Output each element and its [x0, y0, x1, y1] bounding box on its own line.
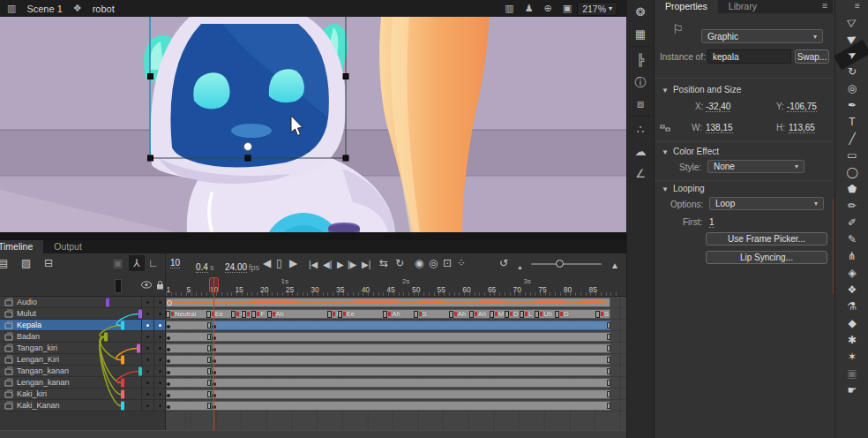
lip-sync-label[interactable]: Neutral — [166, 309, 196, 319]
layer-row-tangan_kanan[interactable]: Tangan_kanan — [0, 366, 165, 377]
frames-row-kaki_kanan[interactable] — [166, 400, 626, 412]
keyframe-dot[interactable] — [167, 325, 170, 328]
position-size-section-header[interactable]: ▼Position and Size — [662, 85, 741, 94]
current-frame-readout[interactable]: 10 — [170, 258, 180, 268]
play-button[interactable]: ▶ — [337, 259, 344, 271]
frame-span[interactable] — [166, 321, 212, 330]
lasso-tool[interactable]: ◎ — [835, 80, 868, 96]
use-frame-picker-button[interactable]: Use Frame Picker... — [706, 232, 827, 245]
edit-multiple-frames-button[interactable]: ⊡ — [443, 257, 452, 269]
layer-lock-dot[interactable] — [159, 313, 161, 315]
frames-row-lengan_kanan[interactable] — [166, 377, 626, 389]
edit-symbols-icon[interactable]: ♟ — [525, 4, 534, 13]
frames-row-kepala[interactable] — [166, 320, 626, 331]
stage-canvas[interactable] — [0, 17, 626, 232]
frames-row-lengan_kiri[interactable] — [166, 354, 626, 366]
playhead-marker[interactable] — [209, 277, 219, 292]
lip-sync-label[interactable]: Uh — [535, 309, 552, 319]
step-forward-button[interactable]: ▶ — [289, 257, 297, 269]
layer-visibility-dot[interactable] — [146, 324, 149, 327]
hand-tool[interactable]: ☛ — [835, 382, 868, 398]
lip-sync-label[interactable]: S — [595, 309, 609, 319]
handle-mid-right[interactable] — [343, 74, 348, 79]
lip-syncing-button[interactable]: Lip Syncing... — [706, 251, 827, 264]
keyframe-dot[interactable] — [167, 394, 170, 397]
layer-row-kaki_kiri[interactable]: Kaki_kiri — [0, 389, 165, 400]
looping-options-select[interactable]: Loop▾ — [709, 197, 824, 210]
layer-lock-dot[interactable] — [159, 404, 161, 407]
asset-warp-tool[interactable]: ✱ — [835, 332, 868, 348]
onion-outline-button[interactable]: ◎ — [429, 257, 438, 269]
eraser-tool[interactable]: ◆ — [835, 315, 868, 331]
new-folder-button[interactable]: ▨ — [21, 257, 31, 269]
graph-editor-toggle[interactable]: ∟ — [148, 257, 159, 269]
motion-editor-icon[interactable]: ∠ — [627, 167, 654, 180]
layer-row-mulut[interactable]: Mulut — [0, 308, 165, 320]
color-style-select[interactable]: None▾ — [707, 160, 804, 173]
x-value[interactable]: -32,40 — [706, 102, 730, 112]
oval-tool[interactable]: ◯ — [835, 164, 868, 180]
looping-section-header[interactable]: ▼Looping — [662, 184, 705, 193]
frame-span[interactable] — [166, 366, 212, 376]
layer-row-tangan_kiri[interactable]: Tangan_kiri — [0, 343, 165, 354]
frame-span[interactable] — [212, 332, 611, 342]
layer-row-kaki_kanan[interactable]: Kaki_Kanan — [0, 400, 165, 412]
lip-sync-label[interactable]: M — [490, 309, 504, 319]
frame-span[interactable] — [212, 389, 611, 399]
frame-span[interactable] — [212, 366, 611, 376]
layer-visibility-dot[interactable] — [146, 301, 149, 304]
tab-output[interactable]: Output — [43, 240, 93, 253]
layer-lock-dot[interactable] — [159, 324, 161, 327]
clip-content-icon[interactable]: ▣ — [563, 4, 572, 13]
lip-sync-label[interactable]: Ah — [469, 309, 486, 319]
lip-sync-label[interactable]: Ah — [267, 309, 284, 319]
info-panel-icon[interactable]: ⓘ — [627, 75, 654, 91]
pen-tool[interactable]: ✒ — [835, 97, 868, 113]
camera-toggle[interactable]: ▣ — [113, 257, 123, 269]
panel-menu-icon[interactable]: ≡ — [822, 0, 827, 13]
w-value[interactable]: 138,15 — [706, 123, 733, 133]
layer-row-badan[interactable]: Badan — [0, 331, 165, 343]
playhead-marker-icon[interactable]: ▯ — [276, 257, 282, 269]
lip-sync-label[interactable]: Ee — [206, 309, 223, 319]
reset-timeline-zoom-button[interactable]: ↺ — [499, 257, 508, 269]
frames-row-badan[interactable] — [166, 331, 626, 343]
transform-panel-icon[interactable]: ⧈ — [627, 97, 654, 111]
color-effect-section-header[interactable]: ▼Color Effect — [662, 147, 719, 156]
center-playhead-button[interactable]: ⇆ — [379, 257, 388, 269]
edit-scene-icon[interactable]: ▥ — [505, 4, 513, 13]
paint-brush-tool[interactable]: ✎ — [835, 231, 868, 247]
stage-zoom-select[interactable]: 217% ▾ — [577, 2, 617, 16]
link-width-height-icon[interactable] — [659, 123, 671, 133]
tab-library[interactable]: Library — [718, 0, 767, 13]
step-back-button[interactable]: ◀ — [263, 257, 271, 269]
frames-row-tangan_kiri[interactable] — [166, 343, 626, 354]
layer-row-lengan_kiri[interactable]: Lengan_Kiri — [0, 354, 165, 366]
keyframe-dot[interactable] — [167, 382, 170, 386]
art-brush-tool[interactable]: ✐ — [835, 215, 868, 230]
layer-lock-dot[interactable] — [159, 381, 161, 384]
loop-button[interactable]: ↻ — [395, 257, 404, 269]
keyframe-dot[interactable] — [167, 348, 170, 351]
layer-lock-dot[interactable] — [159, 336, 161, 338]
layer-visibility-dot[interactable] — [146, 347, 149, 350]
swatches-panel-icon[interactable]: ▦ — [627, 27, 654, 41]
color-panel-icon[interactable]: ❂ — [627, 5, 654, 19]
handle-bottom-center[interactable] — [245, 155, 251, 161]
lip-sync-label[interactable]: Ah — [449, 309, 466, 319]
lip-sync-label[interactable]: D — [555, 309, 568, 319]
tab-timeline[interactable]: Timeline — [0, 240, 43, 253]
rectangle-tool[interactable]: ▭ — [835, 147, 868, 163]
layer-row-lengan_kanan[interactable]: Lengan_kanan — [0, 377, 165, 389]
layer-visibility-dot[interactable] — [146, 313, 149, 315]
layer-lock-dot[interactable] — [159, 301, 161, 304]
layer-lock-dot[interactable] — [159, 359, 161, 361]
new-layer-button[interactable]: ▤ — [0, 257, 8, 269]
prev-frame-button[interactable]: ◀| — [323, 259, 332, 271]
layer-lock-dot[interactable] — [159, 393, 161, 396]
layer-visibility-dot[interactable] — [146, 381, 149, 384]
swap-button[interactable]: Swap... — [795, 49, 829, 64]
y-value[interactable]: -106,75 — [787, 102, 817, 112]
modify-markers-button[interactable]: ⁘ — [457, 257, 466, 269]
bone-tool[interactable]: ⋔ — [835, 248, 868, 264]
